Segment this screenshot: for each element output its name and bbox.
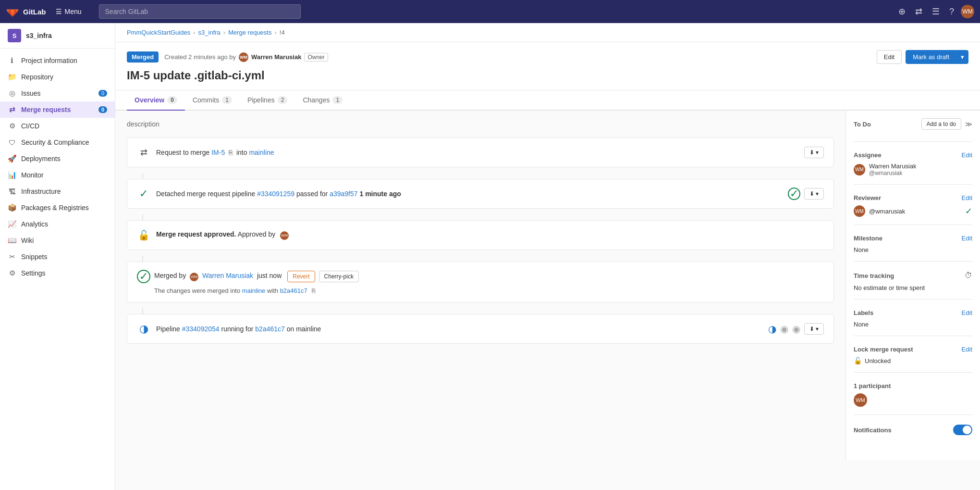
milestone-section: Milestone Edit None [854,235,972,262]
sidebar-item-project-information[interactable]: ℹ Project information [0,52,115,69]
sidebar-item-infrastructure[interactable]: 🏗 Infrastructure [0,183,115,200]
tab-overview[interactable]: Overview 0 [127,90,185,111]
labels-header: Labels Edit [854,309,972,316]
merged-text: Merged by WM Warren Marusiak just now [154,272,283,281]
copy-commit-icon[interactable]: ⎘ [312,287,316,294]
sidebar-item-label: Infrastructure [21,188,61,195]
sidebar-item-deployments[interactable]: 🚀 Deployments [0,151,115,167]
sidebar-item-label: Merge requests [21,106,71,113]
tab-commits[interactable]: Commits 1 [185,90,240,111]
merged-badge: Merged [127,51,159,63]
merge-requests-icon[interactable]: ⇄ [912,4,925,19]
participants-section: 1 participant WM [854,382,972,415]
infrastructure-icon: 🏗 [8,187,16,196]
reviewer-header: Reviewer Edit [854,194,972,201]
issues-icon[interactable]: ☰ [929,4,943,19]
milestone-edit-link[interactable]: Edit [962,235,972,242]
merge-requests-icon: ⇄ [8,105,16,114]
source-branch-link[interactable]: IM-5 [211,149,225,156]
sidebar-item-security-compliance[interactable]: 🛡 Security & Compliance [0,134,115,151]
add-todo-button[interactable]: Add a to do [921,118,961,130]
approval-body: 🔓 Merge request approved. Approved by WM [127,221,833,250]
lock-value: Unlocked [865,357,891,364]
sidebar-item-snippets[interactable]: ✂ Snippets [0,249,115,265]
running-status-1: ◑ [768,323,776,335]
notifications-toggle[interactable]: ✓ [953,425,972,435]
assignee-title: Assignee [854,151,882,159]
participants-title: 1 participant [854,382,891,389]
assignee-edit-link[interactable]: Edit [962,151,972,159]
wiki-icon: 📖 [8,236,16,245]
sidebar-nav: ℹ Project information 📁 Repository ◎ Iss… [0,49,115,285]
edit-button[interactable]: Edit [877,50,902,64]
pipeline-download-button[interactable]: ⬇ ▾ [804,188,824,200]
reviewer-approved-icon: ✓ [965,206,972,216]
target-branch-link[interactable]: mainline [249,149,274,156]
reviewer-section: Reviewer Edit WM @wmarusiak ✓ [854,194,972,225]
project-name: s3_infra [26,32,52,39]
pipeline-running-commit-link[interactable]: b2a461c7 [255,325,285,333]
sidebar-item-analytics[interactable]: 📈 Analytics [0,216,115,232]
download-button[interactable]: ⬇ ▾ [804,147,824,158]
sidebar-item-monitor[interactable]: 📊 Monitor [0,167,115,183]
lock-header: Lock merge request Edit [854,346,972,353]
pipeline-link[interactable]: #334091259 [257,190,294,198]
connector-2 [142,214,143,220]
milestone-value: None [854,246,869,253]
merged-author-link[interactable]: Warren Marusiak [202,272,253,279]
running-status-2: ◉ [780,323,788,335]
sidebar-item-packages-registries[interactable]: 📦 Packages & Registries [0,200,115,216]
tab-changes[interactable]: Changes 1 [295,90,350,111]
security-icon: 🛡 [8,138,16,147]
description-section: description [127,120,834,128]
merged-commit-link[interactable]: b2a461c7 [280,287,307,294]
todo-header: To Do Add a to do ≫ [854,118,972,130]
todo-expand-icon[interactable]: ≫ [965,120,972,128]
pipeline-commit-link[interactable]: a39a9f57 [330,190,357,198]
sidebar-item-merge-requests[interactable]: ⇄ Merge requests 0 [0,101,115,118]
mark-draft-dropdown[interactable]: ▾ [956,50,968,64]
time-tracking-title: Time tracking [854,272,894,279]
breadcrumb-merge-requests[interactable]: Merge requests [228,29,271,36]
breadcrumb-project[interactable]: s3_infra [198,29,220,36]
mr-header: Merged Created 2 minutes ago by WM Warre… [115,42,980,90]
user-avatar[interactable]: WM [961,5,974,18]
revert-button[interactable]: Revert [287,271,315,282]
cherry-pick-button[interactable]: Cherry-pick [319,271,359,282]
copy-branch-icon[interactable]: ⎘ [229,149,233,156]
merged-check-icon: ✓ [137,270,150,283]
issues-icon: ◎ [8,89,16,98]
sidebar-item-cicd[interactable]: ⚙ CI/CD [0,118,115,134]
pipeline-running-card: ◑ Pipeline #334092054 running for b2a461… [127,314,834,344]
sidebar-item-settings[interactable]: ⚙ Settings [0,265,115,281]
branch-card-content: ⇄ Request to merge IM-5 ⎘ into mainline [137,146,798,159]
cicd-icon: ⚙ [8,122,16,130]
labels-edit-link[interactable]: Edit [962,309,972,316]
pipeline-running-download[interactable]: ⬇ ▾ [804,323,824,335]
pipeline-running-link[interactable]: #334092054 [182,325,220,333]
new-item-icon[interactable]: ⊕ [895,4,908,19]
mark-draft-button[interactable]: Mark as draft [906,50,956,64]
merged-branch-link[interactable]: mainline [242,287,265,294]
participant-avatar[interactable]: WM [854,393,867,407]
pipeline-running-text: Pipeline #334092054 running for b2a461c7… [156,325,321,333]
reviewer-edit-link[interactable]: Edit [962,194,972,201]
labels-title: Labels [854,309,873,316]
search-input[interactable] [99,4,301,19]
breadcrumb-org[interactable]: PmmQuickStartGuides [127,29,190,36]
tab-pipelines[interactable]: Pipelines 2 [240,90,295,111]
sidebar-item-issues[interactable]: ◎ Issues 0 [0,85,115,101]
labels-section: Labels Edit None [854,309,972,336]
top-navigation: GitLab ☰ Menu ⊕ ⇄ ☰ ? WM [0,0,980,23]
menu-button[interactable]: ☰ Menu [52,6,86,17]
help-icon[interactable]: ? [946,5,957,19]
reviewer-row: WM @wmarusiak ✓ [854,205,972,217]
lock-edit-link[interactable]: Edit [962,346,972,353]
sidebar-item-repository[interactable]: 📁 Repository [0,69,115,85]
merged-section: ✓ Merged by WM Warren Marusiak just now … [127,262,833,302]
gitlab-logo[interactable]: GitLab [6,5,46,18]
sidebar-item-label: Settings [21,269,46,277]
time-tracking-icon[interactable]: ⏱ [965,271,972,280]
sidebar-item-wiki[interactable]: 📖 Wiki [0,232,115,249]
time-tracking-header: Time tracking ⏱ [854,271,972,280]
